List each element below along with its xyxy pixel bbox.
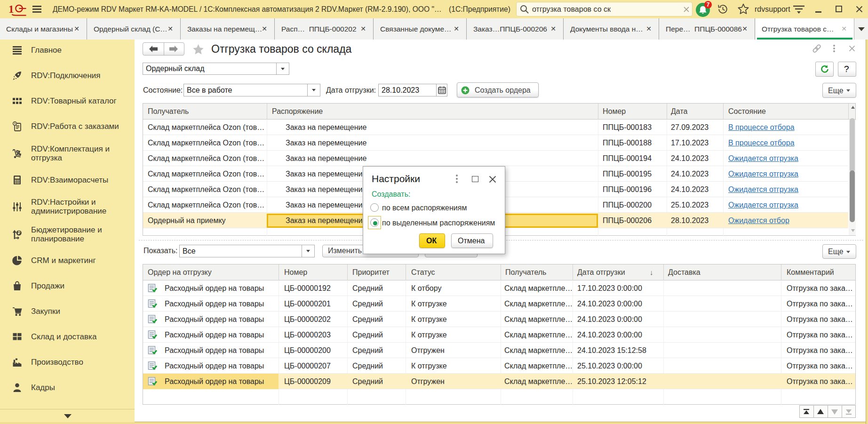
svg-text:₽: ₽ [18, 231, 20, 235]
svg-text:7: 7 [707, 1, 710, 8]
svg-text:1: 1 [8, 4, 14, 15]
